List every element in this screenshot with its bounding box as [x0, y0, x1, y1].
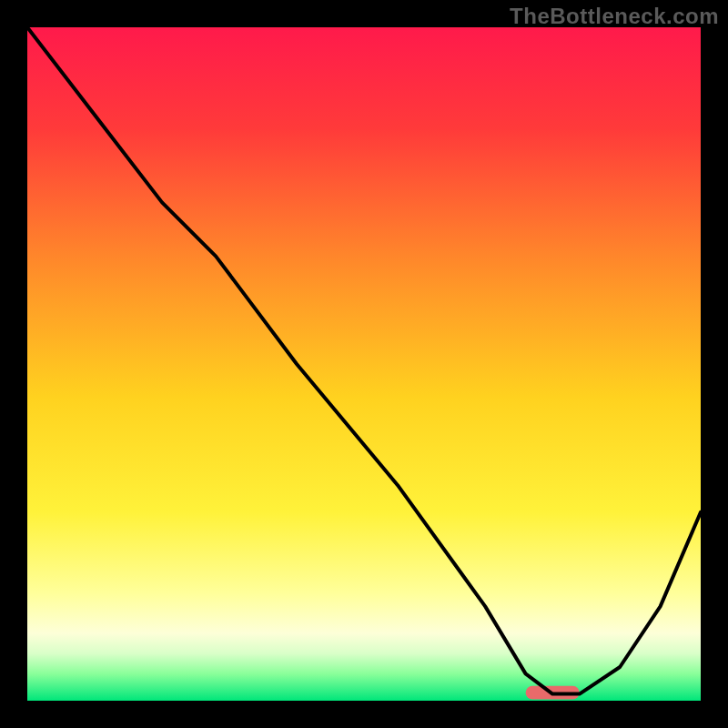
chart-svg: [27, 27, 701, 701]
chart-frame: TheBottleneck.com: [0, 0, 728, 728]
plot-area: [27, 27, 701, 701]
watermark-text: TheBottleneck.com: [510, 4, 719, 29]
gradient-background: [27, 27, 701, 701]
